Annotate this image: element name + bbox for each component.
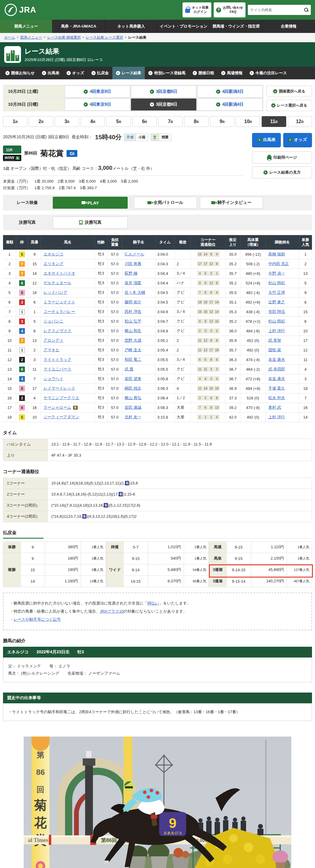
race-button-7r[interactable]: 7R (158, 116, 182, 127)
trainer-link[interactable]: 奥村 武 (268, 405, 281, 410)
horse-name-link[interactable]: エキサイトバイオ (44, 271, 75, 275)
trainer-link[interactable]: 杉山 晴紀 (268, 281, 285, 285)
trainer-link[interactable]: 高柳 瑞樹 (268, 252, 285, 256)
race-button-1r[interactable]: 1R (3, 116, 27, 127)
horse-name-link[interactable]: アロンディ (44, 338, 63, 343)
global-nav-item[interactable]: 競馬場・ウインズ・指定席 (210, 20, 262, 33)
horse-name-link[interactable]: レッドバンデ (44, 290, 67, 294)
horse-name-link[interactable]: ラーシャローム (44, 405, 71, 410)
horse-name-link[interactable]: マイユニバース (44, 367, 71, 371)
horse-name-link[interactable]: ジーティーアダマン (44, 415, 79, 419)
sub-nav-item[interactable]: 開催お知らせ (2, 67, 38, 79)
trainer-link[interactable]: 国枝 栄 (268, 348, 281, 352)
venue-button[interactable]: 4回新潟3日 (197, 86, 262, 98)
trainer-link[interactable]: 杉山 晴紀 (268, 319, 285, 323)
race-button-12r[interactable]: 12R (288, 116, 312, 127)
trainer-link[interactable]: 武 英智 (268, 338, 281, 343)
trainer-link[interactable]: 上村 洋行 (268, 415, 285, 419)
jockey-link[interactable]: 和田 竜二 (125, 357, 141, 362)
horse-name-link[interactable]: レイヤードレッド (44, 386, 75, 391)
note-link[interactable]: レースや騎手等につく記号 (13, 617, 61, 622)
trainer-link[interactable]: 友道 康夫 (268, 376, 285, 381)
horse-name-link[interactable]: アマキヒ (44, 348, 59, 352)
horse-name-link[interactable]: レクスノヴァス (44, 329, 71, 333)
sub-nav-item[interactable]: 馬場情報 (218, 67, 246, 79)
venue-button[interactable]: 4回東京8日 (65, 86, 130, 98)
breadcrumb-link[interactable]: レース結果 レース選択 (86, 35, 123, 39)
breadcrumb-link[interactable]: レース結果 開催選択 (47, 35, 81, 39)
trainer-link[interactable]: 上村 洋行 (268, 329, 285, 333)
breadcrumb-link[interactable]: ホーム (4, 35, 15, 39)
jockey-link[interactable]: 荻野 極 (125, 271, 138, 275)
venue-button[interactable]: 3回京都9日 (131, 98, 196, 111)
jockey-link[interactable]: 団野 大成 (125, 338, 141, 343)
search-icon[interactable] (304, 8, 308, 12)
race-button-8r[interactable]: 8R (184, 116, 208, 127)
jockey-interview-button[interactable]: 騎手インタビュー (200, 197, 263, 209)
horse-name-link[interactable]: ヤマニンブークリエ (44, 396, 79, 400)
trainer-link[interactable]: 友道 康夫 (268, 357, 285, 362)
odds-button[interactable]: オッズ (283, 133, 312, 147)
horse-name-link[interactable]: エネルジコ (44, 252, 63, 256)
jockey-link[interactable]: 坂井 瑠星 (125, 281, 141, 285)
trainer-link[interactable]: 武 幸四郎 (268, 367, 285, 371)
global-nav-item[interactable]: イベント・プロモーション (158, 20, 210, 33)
trainer-link[interactable]: 辻野 泰之 (268, 300, 285, 304)
sub-nav-item[interactable]: 出馬表 (38, 67, 63, 79)
faq-button[interactable]: ? お問い合わせFAQ (214, 2, 246, 18)
jockey-link[interactable]: 佐々木 大輔 (125, 290, 145, 294)
patrol-video-button[interactable]: 全周パトロール (134, 197, 197, 209)
jockey-link[interactable]: C.ルメール (125, 252, 144, 256)
race-button-4r[interactable]: 4R (81, 116, 105, 127)
race-button-9r[interactable]: 9R (210, 116, 234, 127)
sub-nav-item[interactable]: レース結果 (112, 67, 145, 79)
horse-name-link[interactable]: ミラージュナイト (44, 300, 75, 304)
trainer-link[interactable]: 中内田 充正 (268, 261, 289, 266)
jockey-link[interactable]: 武 豊 (125, 367, 134, 371)
back-button[interactable]: 開催選択へ戻る (266, 86, 312, 97)
race-button-2r[interactable]: 2R (29, 116, 53, 127)
horse-name-link[interactable]: ライトトラック (44, 357, 71, 362)
play-button[interactable]: PLAY (53, 197, 128, 209)
trainer-link[interactable]: 今野 貞一 (268, 271, 285, 275)
jockey-link[interactable]: 戸崎 圭太 (125, 348, 141, 352)
global-nav-item[interactable]: ネット馬券購入 (105, 20, 158, 33)
trainer-link[interactable]: 松永 幹夫 (268, 396, 285, 400)
horse-name-link[interactable]: エリキング (44, 261, 63, 266)
horse-name-link[interactable]: ショウヘイ (44, 376, 63, 381)
sub-nav-item[interactable]: オッズ (63, 67, 88, 79)
jockey-link[interactable]: 嶋田 純次 (125, 386, 141, 391)
global-nav-item[interactable]: 企業情報 (262, 20, 315, 33)
site-search[interactable] (248, 5, 311, 15)
race-button-11r[interactable]: 11R (262, 116, 286, 127)
sub-nav-item[interactable]: 特別レース登録馬 (145, 67, 189, 79)
search-input[interactable] (250, 8, 304, 12)
trainer-link[interactable]: 手塚 貴久 (268, 386, 285, 391)
jockey-link[interactable]: 川田 将雅 (125, 261, 141, 266)
race-button-10r[interactable]: 10R (236, 116, 260, 127)
jockey-link[interactable]: 松山 弘平 (125, 319, 141, 323)
global-nav-item[interactable]: 馬券・JRA-UMACA (53, 20, 105, 33)
horse-name-link[interactable]: コーチェラバレー (44, 309, 75, 314)
jockey-link[interactable]: 横山 和生 (125, 329, 141, 333)
sub-nav-item[interactable]: 今週の注目レース (246, 67, 290, 79)
venue-button[interactable]: 4回新潟4日 (197, 98, 262, 111)
results-guide-button[interactable]: レース結果の見方 (252, 166, 312, 179)
jockey-link[interactable]: 岩田 康誠 (125, 405, 141, 410)
sub-nav-item[interactable]: 開催日程 (189, 67, 218, 79)
race-button-3r[interactable]: 3R (55, 116, 79, 127)
jockey-link[interactable]: 横山 典弘 (125, 396, 141, 400)
breadcrumb-link[interactable]: 競馬メニュー (20, 35, 42, 39)
jockey-link[interactable]: 北村 友一 (125, 415, 141, 419)
finish-photo-button[interactable]: 決勝写真 (53, 216, 128, 228)
print-page-button[interactable]: 印刷用ページ (252, 152, 312, 163)
race-button-6r[interactable]: 6R (133, 116, 157, 127)
shutuba-button[interactable]: 出馬表 (252, 133, 281, 147)
race-button-5r[interactable]: 5R (106, 116, 131, 127)
jockey-link[interactable]: 藤岡 佑介 (125, 300, 141, 304)
note-link[interactable]: 特払い (147, 601, 159, 606)
jockey-link[interactable]: 岩田 望来 (125, 376, 141, 381)
venue-button[interactable]: 3回京都8日 (131, 86, 196, 98)
note-link[interactable]: JRAプラス10 (100, 609, 123, 614)
horse-name-link[interactable]: ゲルチュタール (44, 281, 71, 285)
